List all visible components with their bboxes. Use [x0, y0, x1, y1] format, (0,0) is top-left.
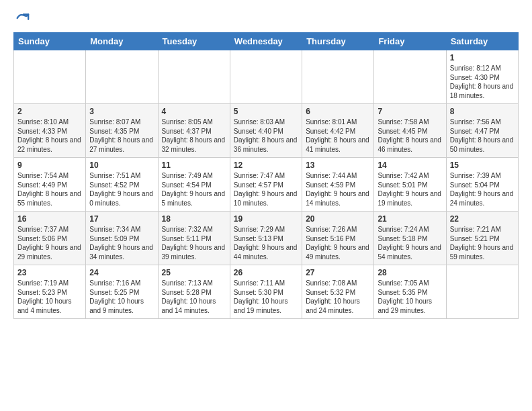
calendar-cell: 10Sunrise: 7:51 AM Sunset: 4:52 PM Dayli… [86, 158, 158, 212]
day-number: 12 [234, 161, 298, 170]
calendar-cell: 14Sunrise: 7:42 AM Sunset: 5:01 PM Dayli… [374, 158, 446, 212]
calendar-cell: 17Sunrise: 7:34 AM Sunset: 5:09 PM Dayli… [86, 212, 158, 265]
day-number: 23 [17, 268, 82, 277]
logo-icon [15, 11, 30, 26]
weekday-header-sunday: Sunday [14, 33, 86, 50]
calendar-cell: 25Sunrise: 7:13 AM Sunset: 5:28 PM Dayli… [158, 265, 230, 319]
day-info: Sunrise: 8:07 AM Sunset: 4:35 PM Dayligh… [89, 118, 154, 154]
calendar-week-row: 16Sunrise: 7:37 AM Sunset: 5:06 PM Dayli… [14, 212, 519, 265]
day-info: Sunrise: 8:03 AM Sunset: 4:40 PM Dayligh… [234, 118, 298, 154]
day-info: Sunrise: 7:49 AM Sunset: 4:54 PM Dayligh… [162, 171, 226, 208]
calendar-cell [158, 50, 230, 104]
day-number: 13 [306, 161, 370, 170]
day-number: 10 [89, 161, 154, 170]
day-info: Sunrise: 8:10 AM Sunset: 4:33 PM Dayligh… [17, 118, 82, 154]
calendar-week-row: 9Sunrise: 7:54 AM Sunset: 4:49 PM Daylig… [14, 158, 519, 212]
weekday-header-wednesday: Wednesday [230, 33, 302, 50]
day-info: Sunrise: 7:58 AM Sunset: 4:45 PM Dayligh… [378, 118, 442, 154]
page: SundayMondayTuesdayWednesdayThursdayFrid… [0, 0, 532, 411]
day-number: 11 [162, 161, 226, 170]
weekday-header-monday: Monday [86, 33, 158, 50]
logo [13, 11, 30, 26]
calendar-cell [446, 265, 518, 319]
calendar-cell: 12Sunrise: 7:47 AM Sunset: 4:57 PM Dayli… [230, 158, 302, 212]
day-number: 16 [17, 214, 82, 224]
calendar-cell: 1Sunrise: 8:12 AM Sunset: 4:30 PM Daylig… [446, 50, 518, 104]
day-info: Sunrise: 8:05 AM Sunset: 4:37 PM Dayligh… [162, 118, 226, 154]
calendar-cell: 9Sunrise: 7:54 AM Sunset: 4:49 PM Daylig… [14, 158, 86, 212]
calendar-week-row: 1Sunrise: 8:12 AM Sunset: 4:30 PM Daylig… [14, 50, 519, 104]
calendar-cell: 4Sunrise: 8:05 AM Sunset: 4:37 PM Daylig… [158, 104, 230, 158]
day-number: 15 [450, 161, 515, 170]
day-info: Sunrise: 7:37 AM Sunset: 5:06 PM Dayligh… [17, 225, 82, 261]
calendar-cell: 13Sunrise: 7:44 AM Sunset: 4:59 PM Dayli… [302, 158, 374, 212]
day-info: Sunrise: 7:24 AM Sunset: 5:18 PM Dayligh… [378, 225, 442, 261]
calendar-cell: 5Sunrise: 8:03 AM Sunset: 4:40 PM Daylig… [230, 104, 302, 158]
day-number: 5 [234, 107, 298, 116]
calendar-cell [14, 50, 86, 104]
calendar-header-row: SundayMondayTuesdayWednesdayThursdayFrid… [14, 33, 519, 50]
day-number: 2 [17, 107, 82, 116]
day-number: 21 [378, 214, 442, 224]
day-number: 4 [162, 107, 226, 116]
calendar-cell: 21Sunrise: 7:24 AM Sunset: 5:18 PM Dayli… [374, 212, 446, 265]
calendar-cell: 15Sunrise: 7:39 AM Sunset: 5:04 PM Dayli… [446, 158, 518, 212]
weekday-header-tuesday: Tuesday [158, 33, 230, 50]
day-number: 14 [378, 161, 442, 170]
calendar: SundayMondayTuesdayWednesdayThursdayFrid… [13, 32, 519, 319]
day-info: Sunrise: 7:44 AM Sunset: 4:59 PM Dayligh… [306, 171, 370, 208]
calendar-cell: 27Sunrise: 7:08 AM Sunset: 5:32 PM Dayli… [302, 265, 374, 319]
day-info: Sunrise: 7:11 AM Sunset: 5:30 PM Dayligh… [234, 279, 298, 315]
weekday-header-saturday: Saturday [446, 33, 518, 50]
calendar-cell [230, 50, 302, 104]
calendar-cell: 26Sunrise: 7:11 AM Sunset: 5:30 PM Dayli… [230, 265, 302, 319]
day-info: Sunrise: 7:26 AM Sunset: 5:16 PM Dayligh… [306, 225, 370, 261]
day-info: Sunrise: 7:21 AM Sunset: 5:21 PM Dayligh… [450, 225, 515, 261]
day-number: 6 [306, 107, 370, 116]
calendar-cell [86, 50, 158, 104]
calendar-cell: 8Sunrise: 7:56 AM Sunset: 4:47 PM Daylig… [446, 104, 518, 158]
day-info: Sunrise: 7:47 AM Sunset: 4:57 PM Dayligh… [234, 171, 298, 208]
day-info: Sunrise: 7:54 AM Sunset: 4:49 PM Dayligh… [17, 171, 82, 208]
day-number: 3 [89, 107, 154, 116]
calendar-cell: 22Sunrise: 7:21 AM Sunset: 5:21 PM Dayli… [446, 212, 518, 265]
calendar-cell: 20Sunrise: 7:26 AM Sunset: 5:16 PM Dayli… [302, 212, 374, 265]
day-number: 19 [234, 214, 298, 224]
calendar-cell [302, 50, 374, 104]
day-number: 8 [450, 107, 515, 116]
calendar-cell: 24Sunrise: 7:16 AM Sunset: 5:25 PM Dayli… [86, 265, 158, 319]
day-number: 18 [162, 214, 226, 224]
day-info: Sunrise: 7:08 AM Sunset: 5:32 PM Dayligh… [306, 279, 370, 315]
calendar-cell [374, 50, 446, 104]
weekday-header-friday: Friday [374, 33, 446, 50]
day-number: 27 [306, 268, 370, 277]
calendar-week-row: 23Sunrise: 7:19 AM Sunset: 5:23 PM Dayli… [14, 265, 519, 319]
calendar-cell: 11Sunrise: 7:49 AM Sunset: 4:54 PM Dayli… [158, 158, 230, 212]
day-info: Sunrise: 8:01 AM Sunset: 4:42 PM Dayligh… [306, 118, 370, 154]
day-info: Sunrise: 7:42 AM Sunset: 5:01 PM Dayligh… [378, 171, 442, 208]
day-info: Sunrise: 7:34 AM Sunset: 5:09 PM Dayligh… [89, 225, 154, 261]
day-number: 22 [450, 214, 515, 224]
day-number: 25 [162, 268, 226, 277]
calendar-cell: 28Sunrise: 7:05 AM Sunset: 5:35 PM Dayli… [374, 265, 446, 319]
calendar-cell: 23Sunrise: 7:19 AM Sunset: 5:23 PM Dayli… [14, 265, 86, 319]
weekday-header-thursday: Thursday [302, 33, 374, 50]
day-number: 9 [17, 161, 82, 170]
day-info: Sunrise: 7:05 AM Sunset: 5:35 PM Dayligh… [378, 279, 442, 315]
calendar-cell: 7Sunrise: 7:58 AM Sunset: 4:45 PM Daylig… [374, 104, 446, 158]
day-number: 17 [89, 214, 154, 224]
calendar-cell: 3Sunrise: 8:07 AM Sunset: 4:35 PM Daylig… [86, 104, 158, 158]
day-number: 1 [450, 53, 515, 62]
calendar-cell: 18Sunrise: 7:32 AM Sunset: 5:11 PM Dayli… [158, 212, 230, 265]
calendar-cell: 2Sunrise: 8:10 AM Sunset: 4:33 PM Daylig… [14, 104, 86, 158]
day-info: Sunrise: 7:51 AM Sunset: 4:52 PM Dayligh… [89, 171, 154, 208]
header [13, 11, 519, 26]
day-info: Sunrise: 7:32 AM Sunset: 5:11 PM Dayligh… [162, 225, 226, 261]
day-number: 28 [378, 268, 442, 277]
day-info: Sunrise: 7:56 AM Sunset: 4:47 PM Dayligh… [450, 118, 515, 154]
calendar-cell: 19Sunrise: 7:29 AM Sunset: 5:13 PM Dayli… [230, 212, 302, 265]
day-info: Sunrise: 8:12 AM Sunset: 4:30 PM Dayligh… [450, 64, 515, 100]
day-number: 20 [306, 214, 370, 224]
calendar-cell: 6Sunrise: 8:01 AM Sunset: 4:42 PM Daylig… [302, 104, 374, 158]
day-info: Sunrise: 7:19 AM Sunset: 5:23 PM Dayligh… [17, 279, 82, 315]
